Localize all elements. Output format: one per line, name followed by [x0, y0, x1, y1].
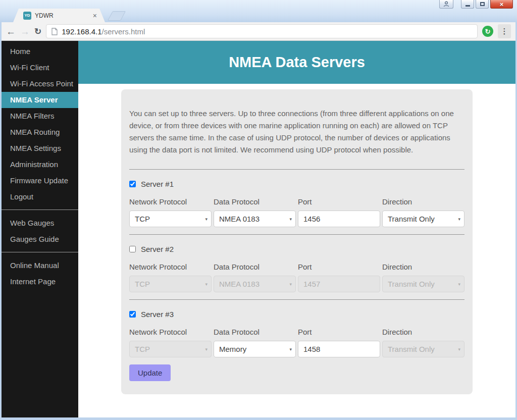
update-button[interactable]: Update [129, 364, 171, 381]
page-title: NMEA Data Servers [229, 54, 365, 71]
sidebar-divider [2, 209, 78, 210]
sidebar-item-web-gauges[interactable]: Web Gauges [2, 215, 78, 231]
chevron-down-icon: ▾ [205, 347, 208, 352]
new-tab-button[interactable] [108, 11, 126, 21]
select-value: NMEA 0183 [219, 215, 260, 223]
sidebar-item-home[interactable]: Home [2, 43, 78, 60]
network-protocol-label: Network Protocol [129, 328, 212, 336]
network-protocol-label: Network Protocol [129, 262, 212, 271]
sidebar-item-nmea-filters[interactable]: NMEA Filters [2, 108, 78, 124]
select-value: TCP [135, 345, 150, 353]
kebab-menu-icon: ⋮ [501, 27, 508, 36]
direction-select: Transmit Only ▾ [382, 276, 464, 292]
select-value: Transmit Only [388, 215, 435, 223]
url-text: 192.168.4.1/servers.html [62, 27, 145, 36]
chevron-down-icon: ▾ [458, 217, 460, 222]
direction-label: Direction [382, 328, 464, 336]
direction-select: Transmit Only ▾ [382, 341, 464, 357]
chevron-down-icon: ▾ [289, 217, 292, 222]
main-panel: NMEA Data Servers You can set up to thre… [78, 41, 515, 417]
server1-enabled-checkbox[interactable] [129, 181, 136, 187]
address-bar[interactable]: 192.168.4.1/servers.html [46, 24, 478, 38]
select-value: TCP [135, 280, 150, 288]
url-path: /servers.html [102, 27, 145, 36]
chevron-down-icon: ▾ [289, 282, 292, 287]
select-value: Transmit Only [388, 280, 435, 288]
minimize-button[interactable] [461, 0, 474, 9]
fields-row: TCP ▾ NMEA 0183 ▾ Transmit Only ▾ [129, 211, 464, 227]
server-checkbox-row: Server #1 [129, 180, 464, 188]
window-controls: × [439, 0, 513, 9]
network-protocol-label: Network Protocol [129, 197, 212, 206]
sidebar-item-internet-page[interactable]: Internet Page [2, 274, 78, 290]
extension-icon[interactable]: ↻ [482, 26, 493, 37]
chevron-down-icon: ▾ [458, 282, 460, 287]
chevron-down-icon: ▾ [205, 282, 208, 287]
port-label: Port [298, 262, 380, 271]
sidebar-item-nmea-settings[interactable]: NMEA Settings [2, 140, 78, 156]
data-protocol-select[interactable]: NMEA 0183 ▾ [214, 211, 296, 227]
page-header: NMEA Data Servers [78, 41, 515, 84]
data-protocol-select[interactable]: Memory ▾ [214, 341, 296, 357]
site-favicon: YD [23, 12, 31, 20]
select-value: Memory [219, 345, 246, 353]
profile-button[interactable] [439, 0, 453, 9]
port-label: Port [298, 197, 380, 206]
chevron-down-icon: ▾ [205, 217, 208, 222]
browser-toolbar: ← → ↻ 192.168.4.1/servers.html ↻ ⋮ [2, 22, 515, 41]
port-input [298, 276, 380, 292]
port-label: Port [298, 328, 380, 336]
maximize-button[interactable] [476, 0, 489, 9]
browser-tab[interactable]: YD YDWR × [13, 9, 105, 22]
sidebar-item-administration[interactable]: Administration [2, 156, 78, 173]
sidebar-item-wifi-access-point[interactable]: Wi-Fi Access Point [2, 76, 78, 92]
field-labels-row: Network Protocol Data Protocol Port Dire… [129, 262, 464, 271]
chevron-down-icon: ▾ [458, 347, 460, 352]
page-content: Home Wi-Fi Client Wi-Fi Access Point NME… [2, 41, 515, 417]
network-protocol-select[interactable]: TCP ▾ [129, 211, 212, 227]
sidebar-item-firmware-update[interactable]: Firmware Update [2, 173, 78, 189]
network-protocol-select: TCP ▾ [129, 276, 212, 292]
server-checkbox-row: Server #2 [129, 245, 464, 253]
sidebar: Home Wi-Fi Client Wi-Fi Access Point NME… [2, 41, 78, 417]
select-value: NMEA 0183 [219, 280, 260, 288]
back-button[interactable]: ← [6, 27, 16, 36]
sidebar-divider [2, 252, 78, 252]
port-input[interactable] [298, 341, 380, 357]
server-label: Server #3 [141, 310, 174, 319]
data-protocol-label: Data Protocol [214, 197, 296, 206]
data-protocol-label: Data Protocol [214, 262, 296, 271]
fields-row: TCP ▾ NMEA 0183 ▾ Transmit Only ▾ [129, 276, 464, 292]
server-label: Server #2 [141, 245, 174, 253]
sidebar-item-wifi-client[interactable]: Wi-Fi Client [2, 60, 78, 76]
forward-button: → [20, 27, 30, 36]
direction-select[interactable]: Transmit Only ▾ [382, 211, 464, 227]
field-labels-row: Network Protocol Data Protocol Port Dire… [129, 197, 464, 206]
page-icon [51, 28, 58, 35]
field-labels-row: Network Protocol Data Protocol Port Dire… [129, 328, 464, 336]
sidebar-item-nmea-routing[interactable]: NMEA Routing [2, 124, 78, 140]
fields-row: TCP ▾ Memory ▾ Transmit Only ▾ [129, 341, 464, 357]
tab-title: YDWR [35, 12, 88, 19]
section-divider [129, 299, 464, 300]
sidebar-item-logout[interactable]: Logout [2, 189, 78, 205]
data-protocol-label: Data Protocol [214, 328, 296, 336]
network-protocol-select: TCP ▾ [129, 341, 212, 357]
server3-enabled-checkbox[interactable] [129, 311, 136, 318]
port-input[interactable] [298, 211, 380, 227]
chevron-down-icon: ▾ [289, 347, 292, 352]
tab-close-icon[interactable]: × [92, 12, 98, 19]
server-section-2: Server #2 Network Protocol Data Protocol… [129, 245, 464, 292]
server2-enabled-checkbox[interactable] [129, 246, 136, 252]
section-divider [129, 169, 464, 170]
settings-card: You can set up to three servers. Up to t… [121, 89, 473, 394]
close-icon: × [500, 1, 504, 8]
menu-button[interactable]: ⋮ [498, 24, 511, 38]
sidebar-item-gauges-guide[interactable]: Gauges Guide [2, 231, 78, 247]
sidebar-item-nmea-server[interactable]: NMEA Server [2, 92, 78, 108]
reload-button[interactable]: ↻ [34, 27, 41, 36]
sidebar-item-online-manual[interactable]: Online Manual [2, 257, 78, 274]
select-value: Transmit Only [388, 345, 435, 353]
close-button[interactable]: × [490, 0, 513, 9]
intro-text: You can set up to three servers. Up to t… [129, 108, 464, 156]
